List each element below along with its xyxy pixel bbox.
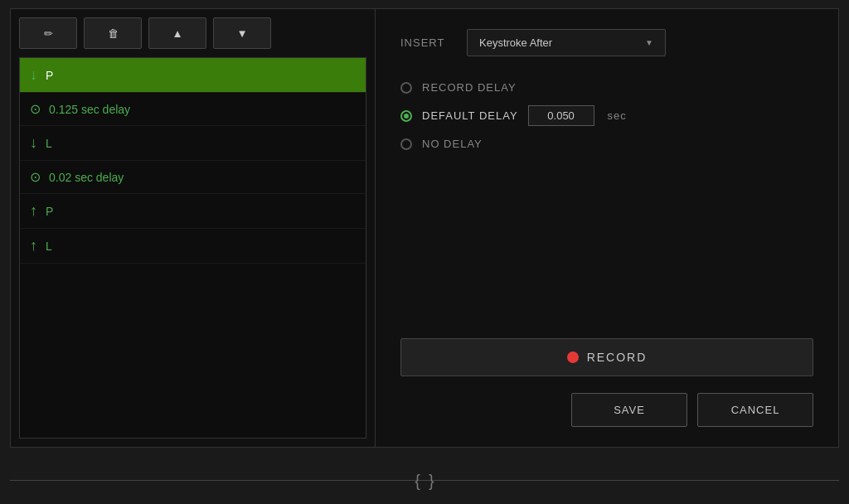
no-delay-radio[interactable] [400, 138, 412, 150]
record-delay-label: RECORD DELAY [422, 81, 517, 94]
macro-list: ↓ P ⊙ 0.125 sec delay ↓ L ⊙ 0.02 sec del… [19, 57, 366, 439]
bottom-area: { } [10, 448, 839, 497]
bracket-group: { } [415, 472, 434, 491]
key-down-icon: ↓ [30, 134, 37, 152]
record-delay-radio[interactable] [400, 82, 412, 94]
dropdown-value: Keystroke After [479, 36, 552, 49]
list-item[interactable]: ⊙ 0.125 sec delay [20, 93, 366, 126]
action-buttons: SAVE CANCEL [400, 393, 813, 427]
list-item[interactable]: ↓ P [20, 58, 366, 93]
key-label: L [46, 137, 52, 150]
chevron-up-icon: ▲ [172, 27, 182, 40]
default-delay-option[interactable]: DEFAULT DELAY sec [400, 105, 813, 126]
clock-icon: ⊙ [30, 101, 41, 117]
delay-options: RECORD DELAY DEFAULT DELAY sec NO DELAY [400, 81, 813, 150]
save-button[interactable]: SAVE [571, 393, 687, 427]
insert-label: INSERT [400, 36, 450, 49]
key-label: P [46, 205, 53, 218]
dropdown-arrow-icon: ▼ [645, 38, 653, 47]
edit-button[interactable]: ✏ [19, 17, 77, 49]
pencil-icon: ✏ [44, 27, 53, 40]
chevron-down-icon: ▼ [236, 27, 247, 40]
key-up-icon: ↑ [30, 237, 37, 254]
key-up-icon: ↑ [30, 202, 37, 220]
key-label: L [46, 240, 52, 253]
insert-row: INSERT Keystroke After ▼ [400, 29, 813, 56]
left-panel: ✏ 🗑 ▲ ▼ ↓ P ⊙ 0.125 sec delay [11, 9, 376, 447]
right-panel: INSERT Keystroke After ▼ RECORD DELAY DE… [376, 9, 838, 447]
no-delay-label: NO DELAY [422, 138, 483, 150]
record-button[interactable]: RECORD [400, 338, 813, 376]
toolbar: ✏ 🗑 ▲ ▼ [19, 17, 366, 49]
key-down-icon: ↓ [30, 66, 37, 84]
default-delay-label: DEFAULT DELAY [422, 109, 518, 122]
list-item[interactable]: ↓ L [20, 126, 366, 161]
no-delay-option[interactable]: NO DELAY [400, 138, 813, 150]
record-button-label: RECORD [587, 351, 648, 364]
record-dot-icon [567, 351, 579, 363]
close-bracket: } [429, 472, 434, 491]
move-up-button[interactable]: ▲ [148, 17, 206, 49]
move-down-button[interactable]: ▼ [213, 17, 271, 49]
delay-unit-label: sec [608, 109, 627, 122]
main-container: ✏ 🗑 ▲ ▼ ↓ P ⊙ 0.125 sec delay [10, 8, 839, 448]
delay-label: 0.125 sec delay [49, 103, 130, 116]
clock-icon: ⊙ [30, 169, 41, 185]
open-bracket: { [415, 472, 420, 491]
list-item[interactable]: ↑ P [20, 194, 366, 229]
key-label: P [46, 69, 53, 82]
default-delay-radio[interactable] [400, 110, 412, 122]
record-delay-option[interactable]: RECORD DELAY [400, 81, 813, 94]
delete-button[interactable]: 🗑 [84, 17, 142, 49]
delay-label: 0.02 sec delay [49, 171, 124, 184]
list-item[interactable]: ⊙ 0.02 sec delay [20, 161, 366, 194]
list-item[interactable]: ↑ L [20, 229, 366, 264]
cancel-button[interactable]: CANCEL [697, 393, 813, 427]
insert-dropdown[interactable]: Keystroke After ▼ [467, 29, 666, 56]
trash-icon: 🗑 [108, 27, 119, 40]
delay-value-input[interactable] [528, 105, 594, 126]
